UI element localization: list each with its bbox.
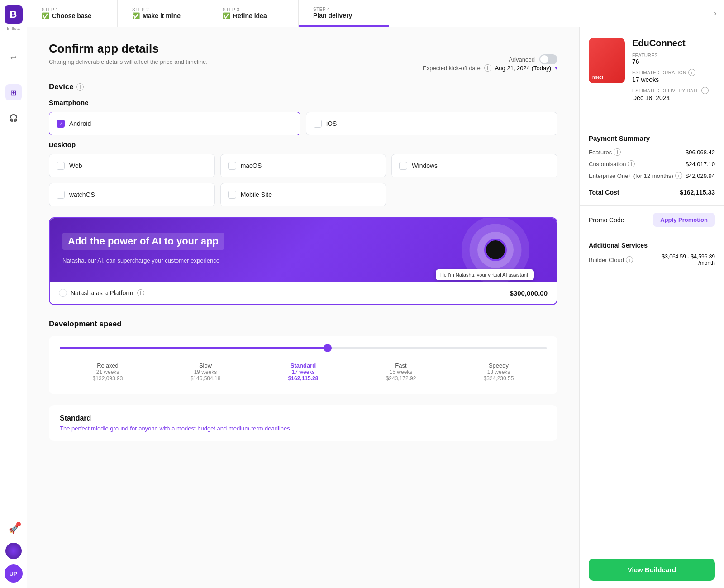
windows-card[interactable]: Windows	[391, 154, 557, 177]
step1-check: ✅	[42, 12, 49, 19]
date-dropdown-icon[interactable]: ▾	[555, 65, 557, 71]
app-preview-header: nnect EduConnect FEATURES 76 ESTIMATED D…	[589, 38, 715, 105]
speed-speedy-label: Speedy	[451, 362, 547, 369]
step1-number: STEP 1	[42, 7, 103, 12]
ai-banner-desc: Natasha, our AI, can supercharge your cu…	[62, 256, 544, 265]
macos-label: macOS	[241, 162, 262, 169]
rocket-icon[interactable]: 🚀	[5, 521, 22, 537]
delivery-row: ESTIMATED DELIVERY DATE i	[632, 87, 715, 94]
enterprise-info-icon[interactable]: i	[675, 172, 682, 179]
divider	[6, 40, 21, 40]
undo-icon[interactable]: ↩	[5, 49, 22, 66]
purple-circle-avatar[interactable]	[5, 543, 22, 559]
ios-card[interactable]: iOS	[306, 112, 557, 135]
sidebar-bottom: 🚀 UP	[5, 521, 23, 583]
headset-icon[interactable]: 🎧	[5, 110, 22, 126]
kickoff-info-icon[interactable]: i	[484, 64, 491, 72]
natasha-info-icon[interactable]: i	[137, 289, 144, 296]
ios-label: iOS	[326, 120, 337, 127]
ios-checkbox[interactable]	[314, 120, 322, 128]
speed-slow-label: Slow	[157, 362, 253, 369]
ai-tooltip: Hi, I'm Natasha, your virtual AI assista…	[436, 269, 534, 280]
advanced-label: Advanced	[509, 56, 535, 63]
speed-fast[interactable]: Fast 15 weeks $243,172.92	[353, 360, 449, 383]
macos-card[interactable]: macOS	[220, 154, 386, 177]
speed-standard-label: Standard	[255, 362, 351, 369]
step1-label: ✅ Choose base	[42, 12, 103, 19]
speed-options: Relaxed 21 weeks $132,093.93 Slow 19 wee…	[60, 360, 547, 383]
features-value: 76	[632, 58, 715, 65]
speed-slider-thumb[interactable]	[324, 344, 332, 352]
right-panel: nnect EduConnect FEATURES 76 ESTIMATED D…	[579, 27, 724, 588]
speed-speedy-weeks: 13 weeks	[451, 369, 547, 375]
speed-slider-track[interactable]	[60, 347, 547, 349]
advanced-toggle[interactable]	[539, 54, 557, 64]
device-section-title: Device i	[49, 82, 557, 91]
kickoff-date: Aug 21, 2024 (Today)	[495, 65, 551, 72]
natasha-option-row[interactable]: Natasha as a Platform i	[59, 289, 144, 297]
step3-item[interactable]: STEP 3 ✅ Refine idea	[208, 0, 299, 27]
natasha-option-label: Natasha as a Platform	[71, 289, 133, 296]
total-label: Total Cost	[589, 189, 619, 196]
ai-banner: Add the power of AI to your app Natasha,…	[49, 217, 557, 305]
speed-slow-price: $146,504.18	[157, 375, 253, 382]
content-area: Confirm app details Changing deliverable…	[27, 27, 724, 588]
standard-desc: The perfect middle ground for anyone wit…	[60, 425, 547, 432]
builder-cloud-row: Builder Cloud i $3,064.59 - $4,596.89 /m…	[589, 253, 715, 266]
builder-cloud-info-icon[interactable]: i	[626, 256, 633, 263]
desktop-title: Desktop	[49, 141, 557, 148]
speed-speedy-price: $324,230.55	[451, 375, 547, 382]
step2-label: ✅ Make it mine	[132, 12, 193, 19]
android-card[interactable]: ✓ Android	[49, 112, 300, 135]
view-buildcard-button[interactable]: View Buildcard	[589, 559, 715, 581]
main-wrapper: STEP 1 ✅ Choose base STEP 2 ✅ Make it mi…	[27, 0, 724, 588]
delivery-info-icon[interactable]: i	[701, 87, 709, 94]
watchos-label: watchOS	[69, 191, 95, 198]
date-row: Expected kick-off date i Aug 21, 2024 (T…	[49, 64, 557, 72]
features-cost-amount: $96,068.42	[686, 149, 715, 156]
app-thumbnail-label: nnect	[592, 75, 603, 80]
step2-check: ✅	[132, 12, 140, 19]
step1-item[interactable]: STEP 1 ✅ Choose base	[27, 0, 118, 27]
features-cost-info-icon[interactable]: i	[614, 148, 621, 156]
speed-relaxed[interactable]: Relaxed 21 weeks $132,093.93	[60, 360, 156, 383]
speed-slider-fill	[60, 347, 328, 349]
step-arrow[interactable]: ›	[707, 0, 724, 27]
grid-icon[interactable]: ⊞	[5, 84, 22, 100]
macos-checkbox[interactable]	[228, 162, 236, 170]
speed-standard[interactable]: Standard 17 weeks $162,115.28	[255, 360, 351, 383]
android-checkbox[interactable]: ✓	[57, 120, 65, 128]
windows-checkbox[interactable]	[399, 162, 407, 170]
watchos-card[interactable]: watchOS	[49, 183, 215, 206]
web-checkbox[interactable]	[57, 162, 65, 170]
speed-relaxed-price: $132,093.93	[60, 375, 156, 382]
desktop-grid: Web macOS Windows	[49, 154, 557, 177]
device-info-icon[interactable]: i	[76, 83, 84, 91]
mobilesite-checkbox[interactable]	[228, 191, 236, 199]
watchos-checkbox[interactable]	[57, 191, 65, 199]
features-label: FEATURES	[632, 53, 715, 58]
step3-check: ✅	[223, 12, 230, 19]
android-label: Android	[69, 120, 91, 127]
step4-item[interactable]: STEP 4 Plan delivery	[299, 0, 389, 27]
speed-standard-price: $162,115.28	[255, 375, 351, 382]
speed-speedy[interactable]: Speedy 13 weeks $324,230.55	[451, 360, 547, 383]
speed-slow[interactable]: Slow 19 weeks $146,504.18	[157, 360, 253, 383]
app-info: EduConnect FEATURES 76 ESTIMATED DURATIO…	[632, 38, 715, 105]
web-card[interactable]: Web	[49, 154, 215, 177]
natasha-radio[interactable]	[59, 289, 67, 297]
duration-info-icon[interactable]: i	[688, 69, 695, 76]
step2-item[interactable]: STEP 2 ✅ Make it mine	[118, 0, 208, 27]
standard-title: Standard	[60, 414, 547, 422]
app-logo[interactable]: B	[5, 5, 23, 24]
customisation-info-icon[interactable]: i	[628, 160, 635, 167]
mobilesite-card[interactable]: Mobile Site	[220, 183, 386, 206]
up-button[interactable]: UP	[5, 564, 23, 583]
duration-label: ESTIMATED DURATION	[632, 70, 686, 75]
apply-promotion-button[interactable]: Apply Promotion	[653, 213, 715, 227]
enterprise-cost-row: Enterprise One+ (for 12 months) i $42,02…	[589, 172, 715, 179]
step4-label: Plan delivery	[313, 12, 374, 19]
additional-section: Additional Services Builder Cloud i $3,0…	[580, 234, 724, 273]
page-title: Confirm app details	[49, 42, 557, 56]
customisation-cost-row: Customisation i $24,017.10	[589, 160, 715, 167]
